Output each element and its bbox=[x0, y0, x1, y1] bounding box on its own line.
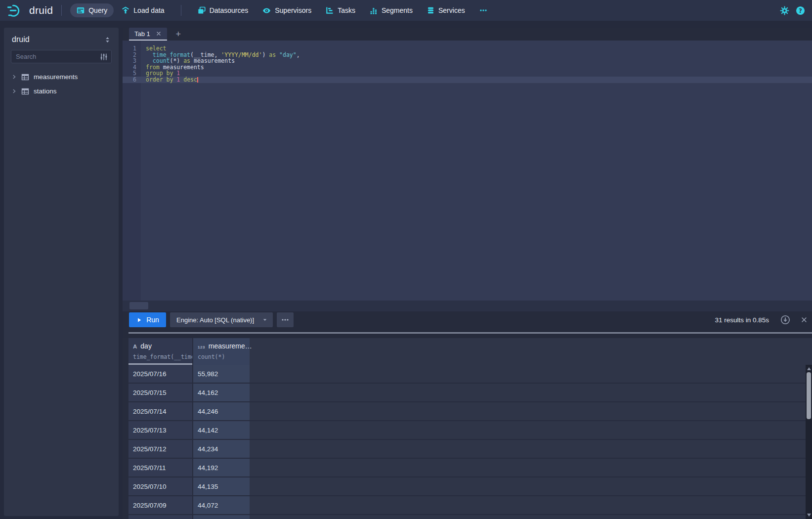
editor-line-4[interactable]: 4from measurements bbox=[123, 64, 812, 71]
nav-item-load-data[interactable]: Load data bbox=[115, 3, 171, 17]
table-row[interactable]: 2025/07/1244,234 bbox=[128, 440, 812, 459]
nav-item-services[interactable]: Services bbox=[421, 3, 471, 17]
query-view: Tab 1 + 1select2 time_format(__time, 'YY… bbox=[123, 28, 812, 519]
add-tab-button[interactable]: + bbox=[172, 30, 184, 39]
engine-select[interactable]: Engine: Auto [SQL (native)] bbox=[170, 312, 273, 327]
results-rows: 2025/07/1655,9822025/07/1544,1622025/07/… bbox=[123, 365, 812, 519]
console-icon bbox=[77, 6, 85, 14]
svg-text:?: ? bbox=[799, 7, 802, 14]
query-tabbar: Tab 1 + bbox=[123, 28, 812, 41]
table-row[interactable]: 2025/07/1544,162 bbox=[128, 384, 812, 402]
table-row[interactable]: 2025/07/1655,982 bbox=[128, 365, 812, 384]
tab-close-icon[interactable] bbox=[156, 31, 162, 37]
table-cell-day[interactable]: 2025/07/12 bbox=[128, 440, 192, 458]
top-navbar: druid QueryLoad dataDatasourcesSuperviso… bbox=[0, 0, 812, 21]
druid-brand[interactable]: druid bbox=[7, 3, 53, 18]
gantt-icon bbox=[326, 6, 334, 14]
chevron-right-icon[interactable] bbox=[11, 88, 17, 94]
schema-title: druid bbox=[12, 35, 30, 44]
table-cell-day[interactable]: 2025/07/15 bbox=[128, 384, 192, 401]
table-row[interactable]: 2025/07/1044,135 bbox=[128, 477, 812, 496]
tab-tab1[interactable]: Tab 1 bbox=[129, 28, 167, 41]
table-cell-day[interactable] bbox=[128, 515, 192, 519]
scroll-up-arrow-icon[interactable] bbox=[807, 367, 811, 370]
datasource-label: stations bbox=[34, 87, 57, 95]
table-cell-measurements[interactable]: 44,192 bbox=[192, 459, 250, 476]
scroll-down-arrow-icon[interactable] bbox=[807, 514, 811, 517]
close-results-icon[interactable] bbox=[801, 316, 808, 323]
number-type-icon: 123 bbox=[198, 345, 205, 349]
table-cell-day[interactable]: 2025/07/10 bbox=[128, 477, 192, 495]
schema-sidebar: druid measuremen bbox=[4, 28, 119, 516]
table-row[interactable]: 2025/07/1344,142 bbox=[128, 421, 812, 440]
brand-text: druid bbox=[29, 4, 53, 16]
text-cursor bbox=[197, 77, 198, 83]
help-icon[interactable]: ? bbox=[796, 6, 805, 15]
table-cell-measurements[interactable]: 44,135 bbox=[192, 477, 250, 495]
table-cell-measurements[interactable]: 44,162 bbox=[192, 384, 250, 401]
nav-item-tasks[interactable]: Tasks bbox=[319, 3, 362, 17]
schema-selector[interactable]: druid bbox=[4, 28, 119, 50]
table-icon bbox=[21, 73, 29, 81]
editor-line-3[interactable]: 3 count(*) as measurements bbox=[123, 58, 812, 64]
editor-horizontal-scrollbar bbox=[123, 301, 812, 311]
druid-logo-icon bbox=[7, 3, 25, 18]
table-cell-day[interactable]: 2025/07/13 bbox=[128, 421, 192, 439]
sidebar-item-stations[interactable]: stations bbox=[4, 84, 119, 98]
chevron-down-icon bbox=[261, 316, 268, 323]
sidebar-item-measurements[interactable]: measurements bbox=[4, 70, 119, 84]
nav-item-more[interactable] bbox=[473, 3, 494, 17]
table-cell-day[interactable]: 2025/07/14 bbox=[128, 402, 192, 420]
line-number: 1 bbox=[123, 45, 141, 52]
navbar-right: ? bbox=[780, 6, 805, 15]
nav-item-segments[interactable]: Segments bbox=[363, 3, 419, 17]
table-cell-day[interactable]: 2025/07/11 bbox=[128, 459, 192, 476]
run-button[interactable]: Run bbox=[129, 312, 166, 327]
eye-icon bbox=[262, 6, 271, 15]
table-row[interactable] bbox=[128, 515, 812, 519]
bar-chart-icon bbox=[370, 6, 378, 14]
filter-sliders-icon[interactable] bbox=[100, 53, 108, 61]
table-row[interactable]: 2025/07/1144,192 bbox=[128, 459, 812, 477]
nav-item-label: Tasks bbox=[338, 6, 355, 14]
table-row[interactable]: 2025/07/0944,072 bbox=[128, 496, 812, 515]
pane-resize-divider[interactable] bbox=[128, 332, 812, 334]
line-number: 2 bbox=[123, 52, 141, 58]
nav-item-query[interactable]: Query bbox=[70, 3, 114, 17]
table-cell-measurements[interactable]: 44,234 bbox=[192, 440, 250, 458]
table-cell-measurements[interactable]: 44,246 bbox=[192, 402, 250, 420]
column-header-day[interactable]: A day time_format(__time,… bbox=[128, 338, 192, 365]
run-more-button[interactable] bbox=[277, 312, 294, 327]
sql-editor[interactable]: 1select2 time_format(__time, 'YYYY/MM/dd… bbox=[123, 41, 812, 301]
nav-item-datasources[interactable]: Datasources bbox=[191, 3, 255, 17]
table-cell-day[interactable]: 2025/07/09 bbox=[128, 496, 192, 514]
table-cell-measurements[interactable]: 44,072 bbox=[192, 496, 250, 514]
vscroll-thumb[interactable] bbox=[807, 372, 811, 419]
more-icon bbox=[479, 6, 487, 14]
table-row[interactable]: 2025/07/1444,246 bbox=[128, 402, 812, 421]
column-header-measurements[interactable]: 123 measureme… count(*) bbox=[192, 338, 250, 365]
table-cell-measurements[interactable]: 55,982 bbox=[192, 365, 250, 383]
nav-item-label: Services bbox=[438, 6, 465, 14]
table-cell-measurements[interactable] bbox=[192, 515, 250, 519]
datasource-tree: measurementsstations bbox=[4, 70, 119, 98]
editor-line-5[interactable]: 5group by 1 bbox=[123, 70, 812, 77]
download-results-icon[interactable] bbox=[780, 315, 790, 325]
search-input[interactable] bbox=[11, 53, 111, 60]
hscroll-thumb[interactable] bbox=[129, 302, 148, 309]
search-box bbox=[11, 50, 112, 63]
upload-icon bbox=[122, 6, 129, 14]
line-number: 6 bbox=[123, 77, 141, 83]
results-vertical-scrollbar bbox=[806, 365, 812, 519]
table-cell-day[interactable]: 2025/07/16 bbox=[128, 365, 192, 383]
table-cell-measurements[interactable]: 44,142 bbox=[192, 421, 250, 439]
datasource-label: measurements bbox=[34, 73, 78, 81]
settings-gear-icon[interactable] bbox=[780, 6, 789, 15]
nav-item-label: Query bbox=[88, 6, 107, 14]
line-number: 4 bbox=[123, 64, 141, 71]
chevron-right-icon[interactable] bbox=[11, 74, 17, 80]
nav-item-label: Segments bbox=[382, 6, 413, 14]
nav-item-supervisors[interactable]: Supervisors bbox=[256, 3, 318, 17]
run-toolbar: Run Engine: Auto [SQL (native)] 31 resul… bbox=[123, 312, 812, 327]
editor-line-6[interactable]: 6order by 1 desc bbox=[123, 77, 812, 83]
